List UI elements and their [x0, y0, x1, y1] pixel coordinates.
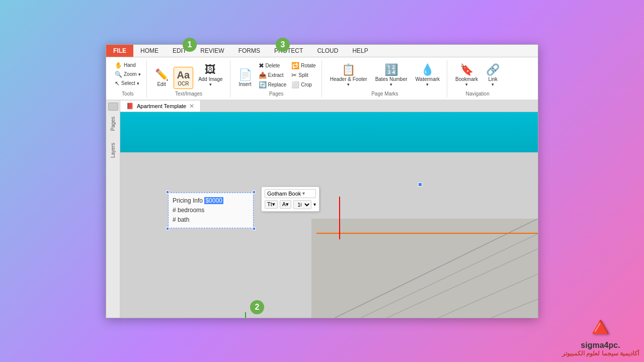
pages-group-label: Pages	[269, 91, 283, 97]
sidebar-collapse-btn[interactable]	[108, 103, 118, 111]
step-3-circle: 3	[276, 38, 290, 52]
crop-icon: ⬜	[291, 81, 299, 88]
red-line	[339, 197, 340, 239]
extract-button[interactable]: 📤 Extract	[257, 71, 288, 79]
layers-label: Layers	[110, 143, 116, 158]
ocr-icon: Aa	[177, 69, 190, 81]
bates-icon: 🔢	[384, 63, 398, 76]
select-icon: ↖	[115, 80, 120, 87]
watermark-icon: 💧	[421, 63, 434, 76]
font-dropdown-icon[interactable]: ▾	[302, 191, 305, 196]
replace-icon: 🔄	[259, 81, 267, 88]
tab-close-button[interactable]: ✕	[189, 103, 194, 110]
logo-area: 🔺 sigma4pc. أكاديمية سيجما لعلوم الكمبيو…	[562, 313, 639, 357]
rotate-icon: 🔁	[291, 62, 299, 69]
document-tab[interactable]: 📕 Apartment Template ✕	[120, 101, 201, 112]
handle-br	[253, 227, 256, 230]
font-toolbar-popup: Gotham Book ▾ Tt▾ A▾ 10 12 14 16 ▾	[261, 187, 319, 212]
tab-forms[interactable]: FORMS	[231, 45, 267, 57]
ribbon-group-pages: 📄 Insert ✖ Delete 📤 Extract 🔄 Replace	[231, 60, 322, 98]
ribbon-group-text-images: ✏️ Edit Aa OCR 🖼 Add Image ▾ Text/Images	[148, 60, 230, 98]
delete-icon: ✖	[259, 62, 264, 69]
app-window: 1 3 FILE HOME EDIT REVIEW FORMS PROTECT …	[106, 44, 538, 318]
font-color-button[interactable]: A▾	[280, 200, 291, 209]
tab-home[interactable]: HOME	[133, 45, 166, 57]
zoom-button[interactable]: 🔍 Zoom ▾	[113, 70, 142, 78]
font-name-label: Gotham Book	[267, 191, 301, 197]
tab-review[interactable]: REVIEW	[193, 45, 231, 57]
font-name-row[interactable]: Gotham Book ▾	[265, 189, 316, 198]
text-line-1: Pricing Info $0000	[173, 196, 249, 206]
text-cursor	[245, 312, 246, 318]
font-style-button[interactable]: Tt▾	[265, 200, 278, 209]
zoom-icon: 🔍	[115, 71, 122, 78]
left-sidebar: Pages Layers	[106, 101, 120, 318]
crop-button[interactable]: ⬜ Crop	[290, 80, 317, 89]
navigation-group-label: Navigation	[465, 91, 489, 97]
logo-tagline: أكاديمية سيجما لعلوم الكمبيوتر	[562, 350, 639, 357]
pages-label: Pages	[110, 117, 116, 131]
selection-handle-top	[418, 183, 422, 187]
handle-bl	[166, 227, 169, 230]
logo-site: sigma4pc.	[581, 341, 620, 350]
header-footer-icon: 📋	[342, 63, 355, 76]
document-area: Pages Layers 📕 Apartment Template ✕	[106, 101, 538, 318]
svg-line-2	[362, 249, 538, 318]
split-button[interactable]: ✂ Split	[290, 71, 317, 79]
step-1-circle: 1	[183, 38, 197, 52]
text-images-group-label: Text/Images	[175, 91, 202, 97]
edit-button[interactable]: ✏️ Edit	[152, 66, 172, 89]
handle-tl	[166, 191, 169, 194]
watermark-button[interactable]: 💧 Watermark ▾	[413, 61, 443, 89]
text-box[interactable]: Pricing Info $0000 # bedrooms # bath	[168, 193, 254, 229]
replace-button[interactable]: 🔄 Replace	[257, 80, 288, 89]
hand-button[interactable]: ✋ Hand	[113, 61, 137, 69]
link-icon: 🔗	[486, 63, 500, 76]
ribbon-group-page-marks: 📋 Header & Footer ▾ 🔢 Bates Number ▾ 💧 W…	[323, 60, 447, 98]
select-button[interactable]: ↖ Select ▾	[113, 79, 141, 87]
edit-icon: ✏️	[155, 68, 169, 81]
extract-icon: 📤	[259, 71, 267, 79]
bookmark-button[interactable]: 🔖 Bookmark ▾	[452, 61, 481, 89]
ocr-button[interactable]: Aa OCR	[174, 67, 194, 89]
handle-tr	[253, 191, 256, 194]
text-line-2: # bedrooms	[173, 206, 249, 215]
font-options-row: Tt▾ A▾ 10 12 14 16 ▾	[265, 200, 316, 209]
rotate-button[interactable]: 🔁 Rotate	[290, 61, 317, 70]
add-image-button[interactable]: 🖼 Add Image ▾	[195, 61, 225, 89]
header-footer-button[interactable]: 📋 Header & Footer ▾	[327, 61, 370, 89]
add-image-icon: 🖼	[205, 63, 216, 76]
tab-title: Apartment Template	[137, 103, 186, 109]
link-button[interactable]: 🔗 Link ▾	[483, 61, 503, 89]
svg-line-1	[337, 234, 538, 318]
font-size-select[interactable]: 10 12 14 16	[293, 200, 311, 209]
menu-bar: FILE HOME EDIT REVIEW FORMS PROTECT CLOU…	[106, 45, 538, 57]
pdf-header-banner	[120, 112, 538, 152]
tools-group-label: Tools	[122, 91, 133, 97]
insert-icon: 📄	[238, 68, 252, 81]
tab-cloud[interactable]: CLOUD	[310, 45, 345, 57]
split-icon: ✂	[291, 71, 297, 79]
step-2-circle: 2	[250, 300, 264, 314]
tab-help[interactable]: HELP	[345, 45, 375, 57]
font-size-dropdown-icon[interactable]: ▾	[313, 202, 316, 207]
ribbon-group-tools: ✋ Hand 🔍 Zoom ▾ ↖ Select ▾ Tools	[109, 60, 147, 98]
text-line-3: # bath	[173, 215, 249, 225]
text-box-container: Pricing Info $0000 # bedrooms # bath	[168, 193, 254, 229]
highlighted-price: $0000	[204, 197, 223, 204]
page-content: Pricing Info $0000 # bedrooms # bath Got…	[120, 112, 538, 318]
bookmark-icon: 🔖	[460, 63, 473, 76]
bates-number-button[interactable]: 🔢 Bates Number ▾	[372, 61, 411, 89]
tab-bar: 📕 Apartment Template ✕	[120, 101, 538, 112]
hand-icon: ✋	[115, 62, 122, 69]
svg-line-4	[462, 299, 538, 318]
ribbon-toolbar: ✋ Hand 🔍 Zoom ▾ ↖ Select ▾ Tools	[106, 57, 538, 101]
insert-button[interactable]: 📄 Insert	[235, 66, 255, 89]
page-marks-group-label: Page Marks	[371, 91, 398, 97]
ribbon-group-navigation: 🔖 Bookmark ▾ 🔗 Link ▾ Navigation	[448, 60, 507, 98]
tab-file[interactable]: FILE	[106, 45, 133, 57]
svg-line-3	[412, 274, 538, 318]
document-view: 📕 Apartment Template ✕	[120, 101, 538, 318]
logo-icon: 🔺	[583, 313, 618, 341]
delete-button[interactable]: ✖ Delete	[257, 61, 288, 70]
